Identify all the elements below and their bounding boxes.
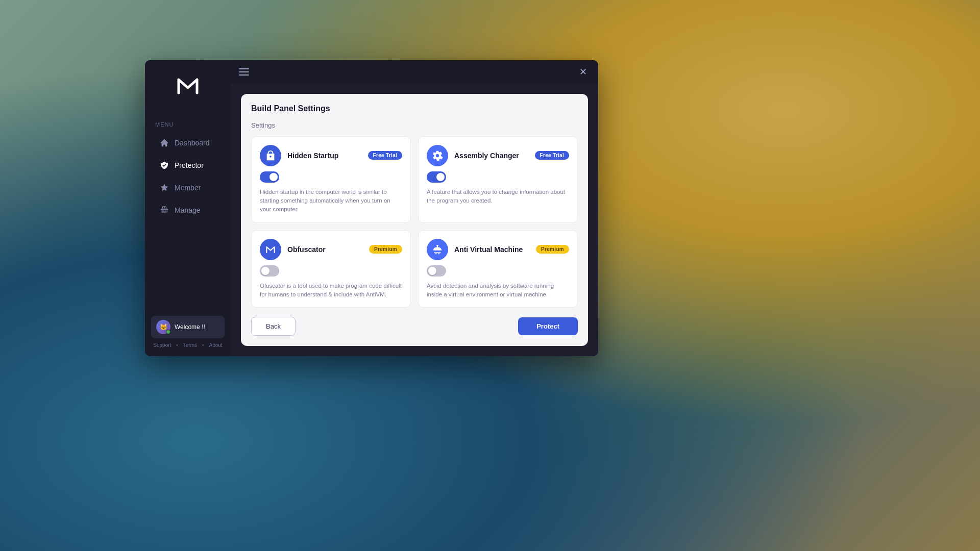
setting-card-anti-vm: Anti Virtual Machine Premium Avoid detec… (418, 230, 578, 308)
toggle-row (427, 171, 569, 183)
anti-vm-name: Anti Virtual Machine (454, 245, 523, 254)
menu-label: Menu (145, 121, 174, 128)
panel-content: Build Panel Settings Settings Hi (231, 84, 598, 356)
star-icon (159, 183, 169, 193)
app-window: Menu Dashboard Protector (145, 60, 598, 356)
support-link[interactable]: Support (153, 342, 171, 348)
toggle-row (260, 265, 402, 277)
sidebar-item-protector[interactable]: Protector (149, 155, 227, 176)
toggle-thumb (428, 267, 436, 275)
close-button[interactable]: ✕ (576, 65, 590, 79)
terms-link[interactable]: Terms (183, 342, 197, 348)
obfuscator-name: Obfuscator (287, 245, 326, 254)
hamburger-button[interactable] (239, 68, 249, 76)
toggle-thumb (270, 173, 278, 181)
sidebar-item-dashboard[interactable]: Dashboard (149, 133, 227, 153)
setting-name-badge: Hidden Startup Free Trial (287, 151, 402, 160)
shield-icon (159, 160, 169, 170)
gear-icon (432, 150, 443, 161)
toggle-thumb (261, 267, 270, 275)
online-indicator (166, 330, 170, 334)
panel-card: Build Panel Settings Settings Hi (241, 94, 588, 346)
hidden-startup-badge: Free Trial (368, 151, 402, 160)
toggle-row (427, 265, 569, 277)
sidebar-item-member[interactable]: Member (149, 178, 227, 198)
setting-name-badge: Assembly Changer Free Trial (454, 151, 569, 160)
sidebar-item-manage-label: Manage (175, 206, 201, 214)
assembly-changer-desc: A feature that allows you to change info… (427, 188, 569, 206)
vip-icon: VIP (159, 205, 169, 215)
anti-vm-toggle[interactable] (427, 265, 446, 277)
hidden-startup-name: Hidden Startup (287, 152, 338, 160)
topbar: ✕ (231, 60, 598, 84)
back-button[interactable]: Back (251, 317, 296, 336)
panel-title: Build Panel Settings (251, 104, 578, 113)
robot-icon (432, 244, 443, 255)
sidebar: Menu Dashboard Protector (145, 60, 231, 356)
setting-header: Assembly Changer Free Trial (427, 145, 569, 166)
sidebar-item-protector-label: Protector (175, 161, 204, 169)
toggle-row (260, 171, 402, 183)
setting-card-assembly-changer: Assembly Changer Free Trial A feature th… (418, 136, 578, 223)
nav-items: Dashboard Protector Member (145, 133, 231, 220)
setting-card-obfuscator: Obfuscator Premium Ofuscator is a tool u… (251, 230, 411, 308)
main-area: ✕ Build Panel Settings Settings (231, 60, 598, 356)
assembly-changer-badge: Free Trial (535, 151, 569, 160)
obfuscator-badge: Premium (369, 245, 402, 254)
obfuscator-icon-wrap (260, 239, 281, 260)
app-logo (175, 72, 201, 99)
footer-links: Support • Terms • About (151, 342, 225, 348)
sidebar-item-dashboard-label: Dashboard (175, 139, 210, 147)
setting-header: Anti Virtual Machine Premium (427, 239, 569, 260)
user-name: Welcome !! (175, 323, 205, 331)
anti-vm-desc: Avoid detection and analysis by software… (427, 282, 569, 299)
m-logo-icon (265, 244, 276, 255)
robot-icon-wrap (427, 239, 448, 260)
sidebar-item-member-label: Member (175, 184, 201, 192)
setting-card-hidden-startup: Hidden Startup Free Trial Hidden startup… (251, 136, 411, 223)
svg-text:VIP: VIP (162, 210, 167, 213)
setting-header: Obfuscator Premium (260, 239, 402, 260)
lock-icon (265, 150, 276, 161)
setting-name-badge: Obfuscator Premium (287, 245, 402, 254)
avatar: 🐱 (156, 320, 170, 334)
sidebar-footer: 🐱 Welcome !! Support • Terms • About (145, 308, 231, 356)
sidebar-item-manage[interactable]: VIP Manage (149, 200, 227, 220)
assembly-changer-toggle[interactable] (427, 171, 446, 183)
anti-vm-badge: Premium (536, 245, 569, 254)
logo-area (175, 72, 201, 101)
setting-header: Hidden Startup Free Trial (260, 145, 402, 166)
assembly-changer-name: Assembly Changer (454, 152, 519, 160)
setting-name-badge: Anti Virtual Machine Premium (454, 245, 569, 254)
settings-grid: Hidden Startup Free Trial Hidden startup… (251, 136, 578, 308)
hidden-startup-toggle[interactable] (260, 171, 279, 183)
toggle-thumb (436, 173, 445, 181)
lock-icon-wrap (260, 145, 281, 166)
obfuscator-toggle[interactable] (260, 265, 279, 277)
gear-icon-wrap (427, 145, 448, 166)
settings-section-label: Settings (251, 121, 578, 129)
hidden-startup-desc: Hidden startup in the computer world is … (260, 188, 402, 214)
about-link[interactable]: About (209, 342, 223, 348)
home-icon (159, 138, 169, 148)
protect-button[interactable]: Protect (518, 317, 578, 335)
panel-footer: Back Protect (251, 317, 578, 336)
user-badge: 🐱 Welcome !! (151, 316, 225, 338)
obfuscator-desc: Ofuscator is a tool used to make program… (260, 282, 402, 299)
